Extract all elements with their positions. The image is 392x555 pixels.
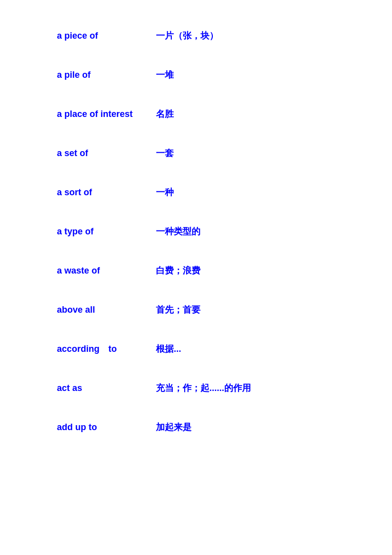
definition-text: 根据... [156,343,181,355]
list-item: above all首先；首要 [57,304,392,316]
list-item: a place of interest名胜 [57,108,392,120]
definition-text: 一种 [156,186,174,198]
definition-text: 白费；浪费 [156,265,200,277]
phrase-text: a set of [57,148,156,159]
list-item: a sort of一种 [57,186,392,198]
phrase-text: a piece of [57,31,156,41]
phrase-text: above all [57,305,156,315]
definition-text: 加起来是 [156,421,192,433]
phrase-text: act as [57,383,156,393]
list-item: a piece of一片（张，块） [57,30,392,42]
list-item: act as充当；作；起......的作用 [57,382,392,394]
list-item: a pile of一堆 [57,69,392,81]
phrase-text: a type of [57,226,156,237]
list-item: a set of一套 [57,147,392,159]
list-item: add up to加起来是 [57,421,392,433]
list-item: a type of一种类型的 [57,225,392,237]
definition-text: 一套 [156,147,174,159]
main-content: a piece of一片（张，块）a pile of一堆a place of i… [0,0,392,490]
phrase-text: a pile of [57,70,156,80]
definition-text: 一堆 [156,69,174,81]
definition-text: 充当；作；起......的作用 [156,382,251,394]
phrase-text: a sort of [57,187,156,198]
phrase-text: add up to [57,422,156,433]
definition-text: 一片（张，块） [156,30,218,42]
definition-text: 首先；首要 [156,304,200,316]
list-item: a waste of白费；浪费 [57,265,392,277]
phrase-text: according to [57,343,156,355]
phrase-text: a place of interest [57,109,156,119]
definition-text: 一种类型的 [156,225,200,237]
phrase-text: a waste of [57,266,156,276]
definition-text: 名胜 [156,108,174,120]
list-item: according to根据... [57,343,392,355]
